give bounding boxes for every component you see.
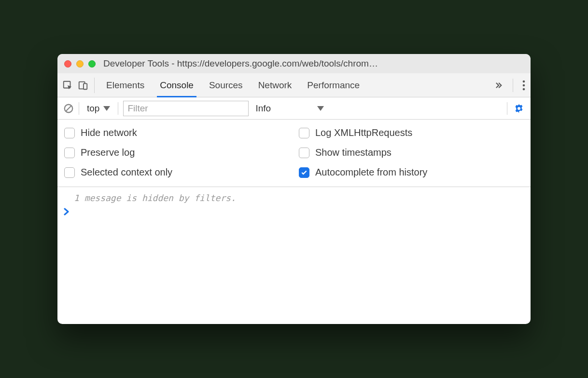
setting-hide-network: Hide network: [64, 127, 289, 138]
show-timestamps-checkbox[interactable]: [299, 148, 309, 158]
minimize-window-button[interactable]: [76, 60, 84, 68]
filter-input[interactable]: [123, 101, 249, 116]
setting-autocomplete-history: Autocomplete from history: [299, 167, 524, 178]
console-output: 1 message is hidden by filters.: [57, 187, 531, 324]
selected-context-only-checkbox[interactable]: [64, 167, 75, 178]
setting-label: Preserve log: [81, 147, 135, 158]
svg-point-3: [523, 80, 525, 82]
svg-rect-2: [84, 83, 87, 89]
titlebar: Developer Tools - https://developers.goo…: [57, 54, 531, 73]
setting-label: Hide network: [81, 127, 137, 138]
svg-line-7: [66, 106, 71, 111]
hidden-messages-notice: 1 message is hidden by filters.: [57, 192, 531, 206]
more-tabs-icon[interactable]: [493, 81, 504, 90]
inspect-element-icon[interactable]: [62, 80, 73, 91]
window-title: Developer Tools - https://developers.goo…: [103, 58, 524, 69]
traffic-lights: [64, 60, 96, 68]
chevron-down-icon: [317, 106, 324, 111]
chevron-down-icon: [103, 106, 110, 111]
console-prompt[interactable]: [57, 206, 531, 219]
clear-console-icon[interactable]: [63, 103, 74, 114]
devtools-window: Developer Tools - https://developers.goo…: [57, 54, 531, 324]
setting-label: Autocomplete from history: [315, 167, 427, 178]
svg-point-8: [518, 107, 520, 110]
tab-elements[interactable]: Elements: [98, 73, 152, 97]
setting-show-timestamps: Show timestamps: [299, 147, 524, 158]
console-settings-icon[interactable]: [513, 103, 525, 114]
setting-label: Selected context only: [81, 167, 172, 178]
preserve-log-checkbox[interactable]: [64, 148, 75, 158]
setting-label: Log XMLHttpRequests: [315, 127, 412, 138]
console-toolbar: top Info: [57, 97, 531, 120]
setting-label: Show timestamps: [315, 147, 392, 158]
maximize-window-button[interactable]: [88, 60, 96, 68]
prompt-chevron-icon: [63, 208, 70, 216]
svg-point-5: [523, 88, 525, 90]
tab-performance[interactable]: Performance: [299, 73, 367, 97]
log-level-label: Info: [255, 103, 271, 114]
hide-network-checkbox[interactable]: [64, 128, 75, 138]
console-settings-panel: Hide network Log XMLHttpRequests Preserv…: [57, 120, 531, 187]
tab-list: Elements Console Sources Network Perform…: [98, 73, 367, 97]
setting-selected-context-only: Selected context only: [64, 167, 289, 178]
toggle-device-toolbar-icon[interactable]: [78, 80, 88, 91]
setting-preserve-log: Preserve log: [64, 147, 289, 158]
setting-log-xhr: Log XMLHttpRequests: [299, 127, 524, 138]
kebab-menu-icon[interactable]: [522, 80, 526, 91]
tab-sources[interactable]: Sources: [201, 73, 251, 97]
log-xhr-checkbox[interactable]: [299, 128, 309, 138]
tab-console[interactable]: Console: [152, 73, 201, 97]
autocomplete-history-checkbox[interactable]: [299, 167, 309, 178]
close-window-button[interactable]: [64, 60, 71, 68]
execution-context-select[interactable]: top: [84, 102, 113, 115]
execution-context-label: top: [87, 103, 99, 114]
devtools-tab-strip: Elements Console Sources Network Perform…: [57, 73, 531, 97]
svg-point-4: [523, 84, 525, 86]
tab-network[interactable]: Network: [251, 73, 300, 97]
log-level-select[interactable]: Info: [253, 102, 326, 115]
